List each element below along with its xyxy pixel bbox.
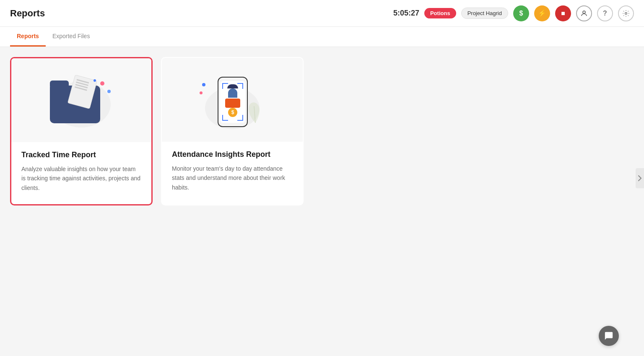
tracked-time-card-body: Tracked Time Report Analyze valuable ins… <box>11 142 151 204</box>
attendance-insights-report-card[interactable]: $ Attendance Insights Report Monitor you… <box>161 57 304 205</box>
tracked-time-illustration <box>11 58 151 142</box>
time-display: 5:05:27 <box>393 9 419 18</box>
tracked-time-title: Tracked Time Report <box>21 151 141 159</box>
project-badge[interactable]: Project Hagrid <box>461 8 508 19</box>
settings-icon-button[interactable] <box>618 5 634 21</box>
user-icon-button[interactable] <box>576 5 592 21</box>
attendance-title: Attendance Insights Report <box>172 150 293 159</box>
phone-illustration: $ <box>195 66 270 133</box>
attendance-illustration: $ <box>162 58 303 142</box>
tracked-time-report-card[interactable]: Tracked Time Report Analyze valuable ins… <box>10 57 153 205</box>
tracked-time-desc: Analyze valuable insights on how your te… <box>21 164 141 192</box>
header: Reports 5:05:27 Potions Project Hagrid $… <box>0 0 644 27</box>
page-title: Reports <box>10 8 45 19</box>
folder-illustration <box>44 69 119 132</box>
help-icon-button[interactable]: ? <box>597 5 613 21</box>
potions-badge[interactable]: Potions <box>424 8 456 18</box>
svg-point-0 <box>583 11 585 13</box>
header-right: 5:05:27 Potions Project Hagrid $ ⚡ ■ ? <box>393 5 634 21</box>
yellow-icon-button[interactable]: ⚡ <box>534 5 550 21</box>
svg-point-1 <box>625 12 627 14</box>
red-icon-button[interactable]: ■ <box>555 5 571 21</box>
tab-reports[interactable]: Reports <box>10 27 46 47</box>
chat-button[interactable] <box>599 326 619 346</box>
sidebar-toggle-arrow[interactable] <box>636 168 644 188</box>
tab-exported-files[interactable]: Exported Files <box>46 27 96 47</box>
cards-grid: Tracked Time Report Analyze valuable ins… <box>10 57 634 205</box>
tabs-bar: Reports Exported Files <box>0 27 644 47</box>
attendance-desc: Monitor your team's day to day attendanc… <box>172 164 293 192</box>
attendance-card-body: Attendance Insights Report Monitor your … <box>162 142 303 204</box>
main-content: Tracked Time Report Analyze valuable ins… <box>0 47 644 356</box>
green-icon-button[interactable]: $ <box>513 5 529 21</box>
leaf-icon <box>245 100 266 125</box>
header-left: Reports <box>10 8 45 19</box>
